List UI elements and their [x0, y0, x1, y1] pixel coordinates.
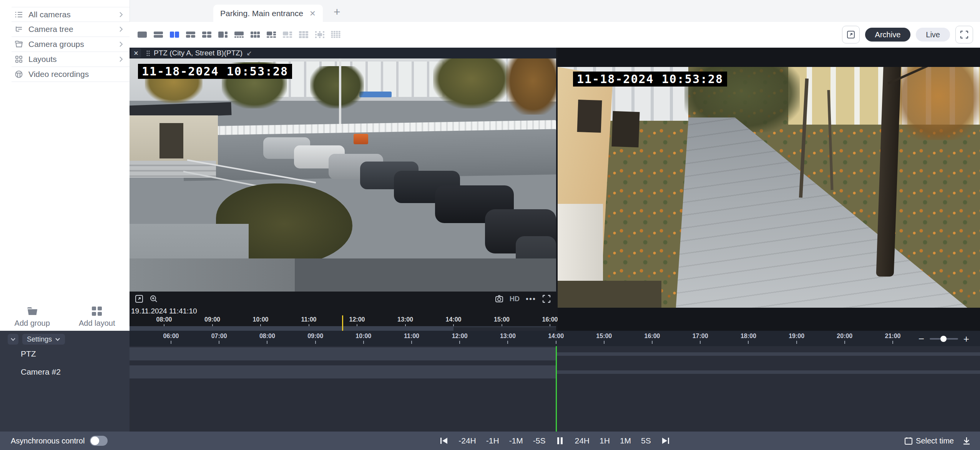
timeline-playhead[interactable] [556, 346, 557, 432]
timeline-hour-label: 14:00 [545, 333, 568, 344]
layouts-icon [15, 55, 23, 63]
async-control-toggle[interactable] [90, 436, 108, 446]
timeline-row-label-camera2[interactable]: Camera #2 [21, 367, 61, 377]
async-control-label: Asynchronous control [11, 437, 85, 445]
tab-strip: Parking. Main entrance ✕ + [130, 0, 980, 22]
sidebar-item-layouts[interactable]: Layouts [12, 52, 130, 67]
zoom-slider[interactable] [930, 338, 958, 340]
step-forward-button[interactable]: 1M [620, 436, 631, 445]
scene-dumpster [354, 134, 368, 144]
timeline-hour-label: 18:00 [737, 333, 760, 344]
folder-icon [27, 306, 38, 316]
mini-timeline-playhead[interactable] [342, 315, 343, 331]
camera-controls-right: HD ••• [495, 295, 556, 303]
open-in-window-icon [847, 30, 855, 39]
timeline-row-label-ptz[interactable]: PTZ [21, 349, 36, 358]
layout-1-center-8-icon[interactable] [313, 29, 326, 40]
zoom-out-button[interactable]: − [919, 334, 924, 344]
sidebar-item-all-cameras[interactable]: All cameras [12, 7, 130, 22]
fullscreen-icon [960, 30, 968, 39]
hd-quality-button[interactable]: HD [510, 295, 520, 303]
zoom-slider-knob[interactable] [940, 336, 947, 342]
fullscreen-icon[interactable] [542, 295, 551, 303]
step-back-button[interactable]: -1H [486, 436, 499, 445]
camera-close-button[interactable]: ✕ [131, 48, 141, 58]
step-back-button[interactable]: -1M [509, 436, 523, 445]
open-in-window-button[interactable] [842, 26, 860, 43]
download-icon [962, 437, 971, 445]
step-back-button[interactable]: -5S [533, 436, 546, 445]
step-forward-button[interactable]: 5S [641, 436, 651, 445]
new-tab-button[interactable]: + [334, 6, 341, 18]
timeline-scale[interactable]: 06:0007:0008:0009:0010:0011:0012:0013:00… [130, 331, 980, 346]
timeline-area[interactable]: 06:0007:0008:0009:0010:0011:0012:0013:00… [130, 331, 980, 432]
vms-app: All cameras Camera tree Camera groups La… [0, 0, 980, 450]
drag-handle-icon[interactable] [146, 50, 150, 56]
step-forward-button[interactable]: 1H [600, 436, 610, 445]
layout-2x2-icon[interactable] [200, 29, 213, 40]
timeline-zoom-control: − + [919, 334, 969, 344]
skip-to-start-button[interactable] [439, 436, 448, 445]
more-options-icon[interactable]: ••• [526, 297, 536, 301]
zoom-in-button[interactable]: + [963, 334, 969, 344]
timeline-hour-label: 11:00 [400, 333, 423, 344]
osd-timestamp: 11-18-2024 10:53:28 [573, 72, 727, 87]
layout-picker [130, 29, 342, 40]
recording-band-camera2[interactable] [130, 365, 556, 378]
layout-3x2-icon[interactable] [249, 29, 262, 40]
sidebar-menu: All cameras Camera tree Camera groups La… [12, 7, 130, 82]
layout-1-plus-5-icon[interactable] [265, 29, 278, 40]
layout-1-plus-7-icon[interactable] [281, 29, 294, 40]
layout-1-left-2-icon[interactable] [216, 29, 229, 40]
mini-timeline-hour-label: 11:00 [297, 316, 321, 327]
add-group-button[interactable]: Add group [15, 306, 50, 328]
sidebar-item-camera-tree[interactable]: Camera tree [12, 22, 130, 37]
chevron-right-icon [118, 26, 124, 32]
layout-2-rows-icon[interactable] [152, 29, 165, 40]
step-back-button[interactable]: -24H [458, 436, 476, 445]
timeline-panel: 06:0007:0008:0009:0010:0011:0012:0013:00… [0, 331, 980, 432]
osd-timestamp: 11-18-2024 10:53:28 [138, 64, 292, 79]
recording-band-ptz-future [556, 352, 980, 356]
sidebar-item-label: All cameras [28, 10, 118, 19]
collapse-arrow-icon[interactable]: ↙ [246, 49, 252, 57]
skip-to-end-button[interactable] [661, 436, 670, 445]
layout-1-plus-2-icon[interactable] [184, 29, 197, 40]
camera-cell-camera2[interactable]: 11-18-2024 10:53:28 [558, 48, 980, 331]
layout-2-cols-icon[interactable] [168, 29, 181, 40]
camera-feed-camera2[interactable]: 11-18-2024 10:53:28 [558, 67, 980, 308]
tab-close-icon[interactable]: ✕ [309, 10, 316, 17]
mini-timeline-hour-label: 09:00 [201, 316, 224, 327]
timeline-hour-label: 07:00 [208, 333, 231, 344]
layout-4x4-icon[interactable] [329, 29, 342, 40]
layout-1x1-icon[interactable] [136, 29, 149, 40]
sidebar-item-video-recordings[interactable]: Video recordings [12, 67, 130, 82]
download-button[interactable] [962, 437, 971, 445]
open-in-window-icon[interactable] [135, 295, 143, 303]
camera-feed-ptz[interactable]: 11-18-2024 10:53:28 [130, 58, 556, 292]
layout-1-top-4-icon[interactable] [233, 29, 246, 40]
archive-mode-button[interactable]: Archive [865, 28, 911, 42]
step-forward-button[interactable]: 24H [575, 436, 590, 445]
snapshot-icon[interactable] [495, 295, 503, 303]
camera-cell-ptz[interactable]: ✕ PTZ (City A, Street B)(PTZ) ↙ [130, 48, 556, 331]
add-layout-button[interactable]: Add layout [79, 306, 115, 328]
layout-3x3-icon[interactable] [297, 29, 310, 40]
zoom-in-icon[interactable] [149, 295, 158, 303]
recording-band-ptz[interactable] [130, 347, 556, 360]
tab-parking-main-entrance[interactable]: Parking. Main entrance ✕ [213, 5, 323, 22]
chevron-down-icon [55, 337, 60, 342]
toggle-knob [91, 437, 99, 445]
pause-button[interactable] [555, 436, 565, 445]
timeline-hour-label: 12:00 [448, 333, 471, 344]
timeline-settings-button[interactable]: Settings [22, 334, 65, 345]
mini-timeline-hour-label: 14:00 [442, 316, 465, 327]
sidebar-item-label: Layouts [28, 55, 118, 64]
timeline-hour-label: 08:00 [256, 333, 279, 344]
sidebar-item-camera-groups[interactable]: Camera groups [12, 37, 130, 52]
select-time-button[interactable]: Select time [904, 437, 954, 445]
collapse-panel-button[interactable] [8, 334, 18, 345]
playback-datetime: 19.11.2024 11:41:10 [131, 307, 197, 315]
live-mode-button[interactable]: Live [916, 28, 950, 42]
fullscreen-button[interactable] [955, 26, 973, 43]
